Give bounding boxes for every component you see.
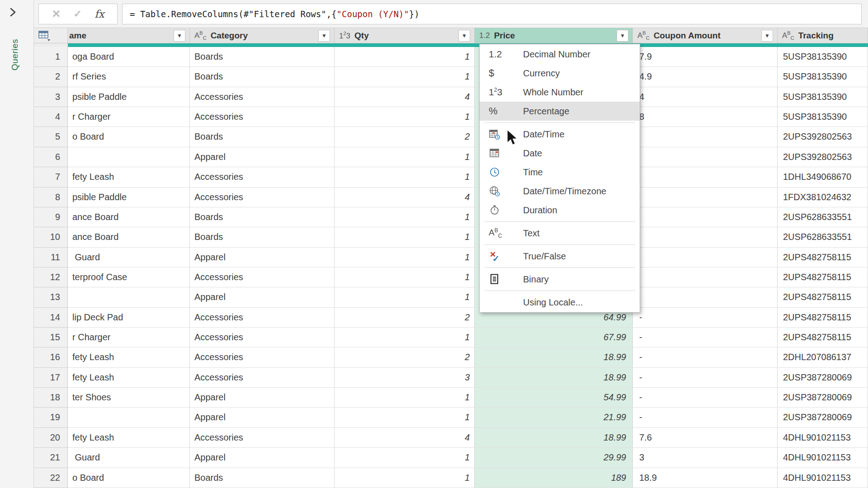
cell-price[interactable]: 189 (475, 468, 633, 488)
cell-name[interactable]: psible Paddle (68, 188, 190, 207)
cell-name[interactable]: Guard (68, 448, 190, 468)
cell-category[interactable]: Accessories (190, 188, 335, 207)
row-number[interactable]: 8 (34, 188, 68, 207)
cell-coupon[interactable]: - (633, 368, 778, 388)
cell-category[interactable]: Accessories (190, 107, 335, 127)
menu-item-binary[interactable]: Binary (480, 270, 640, 289)
cell-tracking[interactable]: 5USP38135390 (778, 47, 868, 67)
menu-item-duration[interactable]: Duration (480, 201, 640, 220)
menu-item-whole-number[interactable]: 123 Whole Number (480, 83, 640, 102)
cell-qty[interactable]: 1 (335, 167, 475, 187)
cell-name[interactable]: ance Board (68, 207, 190, 227)
cell-qty[interactable]: 1 (335, 47, 475, 67)
category-filter-button[interactable]: ▼ (318, 30, 330, 42)
cell-qty[interactable]: 4 (335, 428, 475, 448)
cell-tracking[interactable]: 4DHL901021153 (778, 448, 868, 468)
cell-tracking[interactable]: 2UPS482758115 (778, 267, 868, 287)
row-number[interactable]: 9 (34, 207, 68, 227)
cell-name[interactable]: ter Shoes (68, 388, 190, 408)
menu-item-currency[interactable]: $ Currency (480, 64, 640, 83)
cancel-formula-icon[interactable]: ✕ (52, 8, 61, 20)
cell-coupon[interactable]: 7.6 (633, 428, 778, 448)
cell-price[interactable]: 18.99 (475, 428, 633, 448)
cell-category[interactable]: Accessories (190, 347, 335, 367)
fx-icon[interactable]: fx (94, 8, 104, 20)
cell-name[interactable]: o Board (68, 127, 190, 147)
row-number[interactable]: 6 (34, 147, 68, 167)
column-header-price[interactable]: 1.2 Price ▼ (475, 28, 633, 43)
cell-tracking[interactable]: 2UPS482758115 (778, 308, 868, 328)
row-number[interactable]: 7 (34, 167, 68, 187)
cell-tracking[interactable]: 5USP38135390 (778, 87, 868, 107)
cell-name[interactable] (68, 287, 190, 307)
cell-name[interactable]: fety Leash (68, 368, 190, 388)
cell-qty[interactable]: 1 (335, 107, 475, 127)
cell-tracking[interactable]: 2USP628633551 (778, 207, 868, 227)
cell-qty[interactable]: 3 (335, 368, 475, 388)
cell-category[interactable]: Accessories (190, 308, 335, 328)
cell-qty[interactable]: 1 (335, 67, 475, 87)
cell-category[interactable]: Boards (190, 127, 335, 147)
cell-tracking[interactable]: 5USP38135390 (778, 67, 868, 87)
cell-category[interactable]: Boards (190, 227, 335, 247)
cell-name[interactable]: terproof Case (68, 267, 190, 287)
cell-tracking[interactable]: 2UPS392802563 (778, 127, 868, 147)
cell-coupon[interactable] (633, 188, 778, 207)
cell-tracking[interactable]: 2UPS392802563 (778, 147, 868, 167)
column-header-name[interactable]: ame ▼ (68, 28, 190, 43)
cell-category[interactable]: Apparel (190, 448, 335, 468)
cell-qty[interactable]: 1 (335, 147, 475, 167)
cell-tracking[interactable]: 1FDX381024632 (778, 188, 868, 207)
cell-coupon[interactable]: - (633, 388, 778, 408)
cell-category[interactable]: Boards (190, 468, 335, 488)
cell-name[interactable]: rf Series (68, 67, 190, 87)
row-number[interactable]: 1 (34, 47, 68, 67)
cell-tracking[interactable]: 4DHL901021153 (778, 468, 868, 488)
cell-coupon[interactable]: 4.9 (633, 67, 778, 87)
cell-tracking[interactable]: 2USP387280069 (778, 408, 868, 427)
cell-tracking[interactable]: 2USP628633551 (778, 227, 868, 247)
column-header-qty[interactable]: 123 Qty ▼ (335, 28, 475, 43)
cell-category[interactable]: Accessories (190, 167, 335, 187)
cell-coupon[interactable] (633, 127, 778, 147)
cell-coupon[interactable]: 4 (633, 87, 778, 107)
cell-name[interactable] (68, 408, 190, 427)
row-number[interactable]: 2 (34, 67, 68, 87)
row-number[interactable]: 4 (34, 107, 68, 127)
row-number[interactable]: 5 (34, 127, 68, 147)
menu-item-date-time[interactable]: Date/Time (480, 125, 640, 144)
cell-category[interactable]: Apparel (190, 147, 335, 167)
cell-name[interactable]: lip Deck Pad (68, 308, 190, 328)
cell-qty[interactable]: 1 (335, 388, 475, 408)
cell-category[interactable]: Apparel (190, 248, 335, 267)
cell-qty[interactable]: 2 (335, 308, 475, 328)
cell-coupon[interactable]: - (633, 408, 778, 427)
column-header-category[interactable]: ABC Category ▼ (190, 28, 335, 43)
row-number[interactable]: 17 (34, 368, 68, 388)
cell-qty[interactable]: 1 (335, 207, 475, 227)
cell-category[interactable]: Accessories (190, 368, 335, 388)
cell-price[interactable]: 67.99 (475, 328, 633, 347)
cell-name[interactable] (68, 147, 190, 167)
cell-coupon[interactable]: 7.9 (633, 47, 778, 67)
row-number[interactable]: 20 (34, 428, 68, 448)
qty-filter-button[interactable]: ▼ (458, 30, 470, 42)
menu-item-percentage[interactable]: % Percentage (480, 102, 640, 121)
name-filter-button[interactable]: ▼ (174, 30, 185, 42)
cell-coupon[interactable] (633, 267, 778, 287)
cell-tracking[interactable]: 2UPS482758115 (778, 287, 868, 307)
cell-qty[interactable]: 2 (335, 347, 475, 367)
select-all-button[interactable] (34, 28, 68, 43)
cell-qty[interactable]: 2 (335, 127, 475, 147)
cell-name[interactable]: fety Leash (68, 167, 190, 187)
cell-category[interactable]: Apparel (190, 287, 335, 307)
cell-category[interactable]: Boards (190, 47, 335, 67)
cell-price[interactable]: 21.99 (475, 408, 633, 427)
coupon-filter-button[interactable]: ▼ (761, 30, 773, 42)
cell-name[interactable]: o Board (68, 468, 190, 488)
cell-tracking[interactable]: 2UPS482758115 (778, 248, 868, 267)
cell-qty[interactable]: 4 (335, 87, 475, 107)
row-number[interactable]: 18 (34, 388, 68, 408)
cell-qty[interactable]: 1 (335, 468, 475, 488)
cell-qty[interactable]: 1 (335, 408, 475, 427)
